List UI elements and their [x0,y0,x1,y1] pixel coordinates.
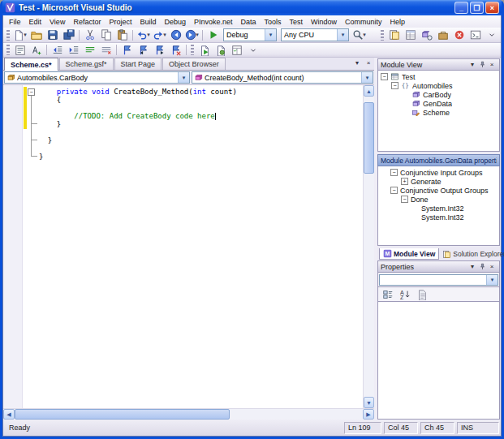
code-line[interactable]: } [3,136,363,144]
solution-explorer-button[interactable] [386,28,402,42]
navigate-backward-button[interactable] [168,28,183,42]
members-combo[interactable]: CreateBody_Method(int count) ▾ [192,71,373,84]
maximize-button[interactable]: ❐ [470,2,484,14]
copy-button[interactable] [98,28,114,42]
cut-button[interactable] [82,28,97,42]
solution-platforms-combo[interactable]: Any CPU▾ [281,28,349,41]
auto-hide-pin-icon[interactable] [477,60,487,69]
minimize-button[interactable]: _ [454,2,468,14]
solution-configurations-combo[interactable]: Debug▾ [223,28,277,41]
collapse-icon[interactable]: − [381,73,388,80]
menu-community[interactable]: Community [341,15,386,28]
properties-header[interactable]: Properties ▾ × [377,260,500,273]
tree-item-carbody[interactable]: CarBody [378,90,499,99]
collapse-icon[interactable]: − [401,196,408,203]
menu-tools[interactable]: Tools [261,15,286,28]
comment-selection-button[interactable] [82,43,97,57]
code-line[interactable]: } [3,153,363,161]
chevron-down-icon[interactable]: ▾ [265,29,276,41]
find-in-files-button[interactable]: ▾ [351,28,367,42]
menu-build[interactable]: Build [136,15,160,28]
tree-item-automobiles[interactable]: −{}Automobiles [378,81,499,90]
types-combo[interactable]: Automobiles.CarBody ▾ [4,71,190,84]
menu-refactor[interactable]: Refactor [69,15,105,28]
close-panel-icon[interactable]: × [487,60,497,69]
code-line[interactable]: { [3,96,363,104]
close-button[interactable]: × [485,2,499,14]
undo-button[interactable]: ▾ [136,28,151,42]
properties-window-button[interactable] [403,28,418,42]
tree-item-conjunctive-input-groups[interactable]: −Conjunctive Input Groups [388,168,499,177]
previous-bookmark-button[interactable] [136,43,151,57]
code-line[interactable] [3,128,363,136]
menu-window[interactable]: Window [307,15,341,28]
tree-item-done[interactable]: −Done [388,195,499,204]
code-line[interactable]: } [3,120,363,128]
toggle-bookmark-button[interactable] [119,43,135,57]
collapse-icon[interactable]: − [390,187,398,194]
toolbar-options-button[interactable] [484,28,499,42]
code-line[interactable] [3,144,363,153]
toolbar2-options-button[interactable] [245,43,261,57]
scroll-left-arrow[interactable]: ◀ [3,409,15,420]
members-combo-arrow-icon[interactable]: ▾ [361,72,373,83]
toolbox-button[interactable] [435,28,450,42]
navigate-forward-button[interactable]: ▾ [184,28,200,42]
new-file-button[interactable]: ▾ [12,28,28,42]
horizontal-scroll-thumb[interactable] [15,409,230,420]
open-file-button[interactable] [28,28,44,42]
horizontal-scrollbar[interactable]: ◀ ▶ [3,408,374,420]
expand-icon[interactable]: + [401,178,408,185]
menu-debug[interactable]: Debug [160,15,190,28]
menu-file[interactable]: File [5,15,25,28]
vertical-scrollbar[interactable]: ▲ ▼ [363,85,374,408]
redo-button[interactable]: ▾ [152,28,167,42]
tab-scheme-cs-[interactable]: Scheme.cs* [4,58,58,71]
command-window-button[interactable] [467,28,483,42]
next-bookmark-button[interactable] [152,43,167,57]
debug-tests-button[interactable] [213,43,228,57]
horizontal-scroll-track[interactable] [230,409,363,420]
types-combo-arrow-icon[interactable]: ▾ [178,72,189,83]
start-debugging-button[interactable] [205,28,221,42]
properties-grid[interactable] [377,302,500,420]
dock-tab-solution-explorer[interactable]: Solution Explorer [439,248,504,260]
uncomment-selection-button[interactable] [98,43,114,57]
indicator-margin[interactable] [3,85,23,408]
module-view-header[interactable]: Module View ▾ × [377,58,500,71]
menu-project[interactable]: Project [105,15,136,28]
collapse-icon[interactable]: − [391,82,398,89]
auto-hide-pin-icon[interactable] [477,262,487,271]
code-line[interactable]: private void CreateBody_Method(int count… [3,88,363,96]
property-pages-button[interactable] [414,287,429,301]
clear-bookmarks-button[interactable] [168,43,183,57]
menu-data[interactable]: Data [237,15,261,28]
properties-object-combo[interactable]: ▾ [379,274,498,286]
tab-start-page[interactable]: Start Page [114,58,162,70]
window-position-icon[interactable]: ▾ [467,262,477,271]
test-manager-button[interactable] [229,43,244,57]
alphabetical-button[interactable]: AZ [397,287,412,301]
word-completion-button[interactable] [28,43,44,57]
window-position-icon[interactable]: ▾ [467,60,477,69]
display-member-list-button[interactable] [12,43,28,57]
title-bar[interactable]: Test - Microsoft Visual Studio _ ❐ × [2,0,502,15]
vertical-scroll-thumb[interactable] [364,102,374,174]
tree-item-generate[interactable]: +Generate [388,177,499,186]
menu-test[interactable]: Test [286,15,308,28]
menu-edit[interactable]: Edit [25,15,46,28]
dock-tab-module-view[interactable]: MModule View [379,248,439,260]
tab-object-browser[interactable]: Object Browser [162,58,226,70]
close-document-button[interactable]: × [363,58,374,68]
active-files-dropdown-button[interactable]: ▾ [351,58,363,68]
menu-pinvoke-net[interactable]: PInvoke.net [190,15,237,28]
scroll-right-arrow[interactable]: ▶ [363,409,374,420]
code-editor[interactable]: − private void CreateBody_Method(int cou… [3,85,363,408]
run-tests-button[interactable] [196,43,212,57]
menu-view[interactable]: View [45,15,69,28]
save-all-button[interactable] [61,28,76,42]
scroll-down-arrow[interactable]: ▼ [364,397,374,408]
code-line[interactable] [3,104,363,112]
tree-item-gendata[interactable]: GenData [378,99,499,108]
menu-help[interactable]: Help [386,15,410,28]
